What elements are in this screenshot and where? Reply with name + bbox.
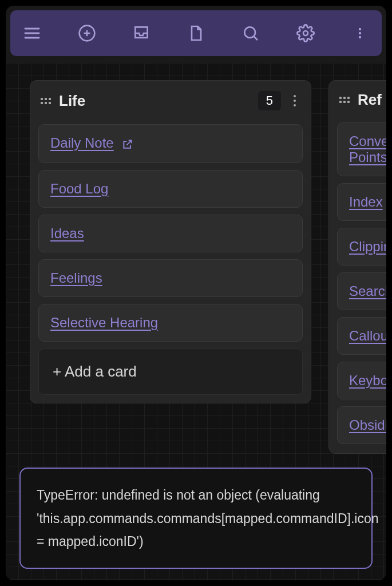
- add-card-button[interactable]: + Add a card: [38, 349, 303, 395]
- card-link[interactable]: Selective Hearing: [50, 315, 158, 330]
- card[interactable]: Clippin: [337, 228, 386, 266]
- card-link[interactable]: Callou: [349, 328, 386, 343]
- card-link[interactable]: Daily Note: [50, 135, 114, 151]
- lane-count: 5: [258, 91, 281, 110]
- svg-point-11: [359, 36, 361, 38]
- card-feelings[interactable]: Feelings: [38, 259, 303, 297]
- svg-point-8: [303, 31, 308, 35]
- card-link[interactable]: Clippin: [349, 239, 386, 254]
- plus-circle-icon[interactable]: [77, 23, 97, 43]
- card[interactable]: Searcl: [337, 272, 386, 310]
- lane-menu-icon[interactable]: [289, 93, 300, 109]
- lane-title: Ref: [358, 91, 386, 109]
- card-daily-note[interactable]: Daily Note: [38, 124, 303, 163]
- more-vertical-icon[interactable]: [350, 23, 370, 43]
- svg-point-12: [294, 95, 296, 97]
- settings-icon[interactable]: [295, 23, 316, 43]
- lane-header: Life 5: [30, 81, 311, 121]
- svg-point-13: [294, 100, 296, 102]
- add-card-label: + Add a card: [53, 363, 137, 380]
- card-link[interactable]: Index: [349, 194, 383, 209]
- card[interactable]: Obsidi: [337, 406, 386, 444]
- card-link[interactable]: Keybo: [349, 373, 386, 388]
- card-food-log[interactable]: Food Log: [38, 170, 303, 208]
- svg-point-14: [294, 104, 296, 106]
- card-selective-hearing[interactable]: Selective Hearing: [38, 304, 303, 342]
- lane-life: Life 5 Daily Note Food Log: [30, 80, 311, 403]
- card-link[interactable]: Points: [349, 149, 386, 165]
- card-ideas[interactable]: Ideas: [38, 215, 303, 252]
- svg-point-10: [359, 32, 361, 34]
- file-icon[interactable]: [186, 23, 207, 43]
- search-icon[interactable]: [240, 23, 261, 43]
- card-link[interactable]: Food Log: [50, 181, 108, 196]
- card-link[interactable]: Searcl: [349, 283, 386, 299]
- card[interactable]: Keybo: [337, 362, 386, 399]
- lane-header: Ref: [329, 81, 386, 119]
- svg-line-7: [254, 36, 258, 40]
- card-link[interactable]: Conve: [349, 133, 386, 149]
- toolbar: [10, 10, 382, 56]
- lane-title: Life: [59, 92, 250, 110]
- card[interactable]: Callou: [337, 317, 386, 355]
- svg-point-9: [359, 28, 361, 30]
- external-link-icon: [122, 138, 133, 152]
- svg-point-6: [244, 27, 255, 38]
- card-link[interactable]: Ideas: [50, 225, 84, 241]
- lane-ref: Ref Conve Points Index Clippin Searcl Ca…: [328, 80, 386, 454]
- card-link[interactable]: Obsidi: [349, 417, 386, 433]
- grip-icon[interactable]: [339, 97, 350, 103]
- card-link[interactable]: Feelings: [50, 270, 102, 286]
- card[interactable]: Conve Points: [337, 122, 386, 176]
- error-panel: TypeError: undefined is not an object (e…: [19, 468, 373, 569]
- menu-icon[interactable]: [22, 23, 42, 43]
- error-text: TypeError: undefined is not an object (e…: [37, 488, 379, 549]
- inbox-icon[interactable]: [131, 23, 152, 43]
- card[interactable]: Index: [337, 183, 386, 221]
- grip-icon[interactable]: [41, 98, 51, 104]
